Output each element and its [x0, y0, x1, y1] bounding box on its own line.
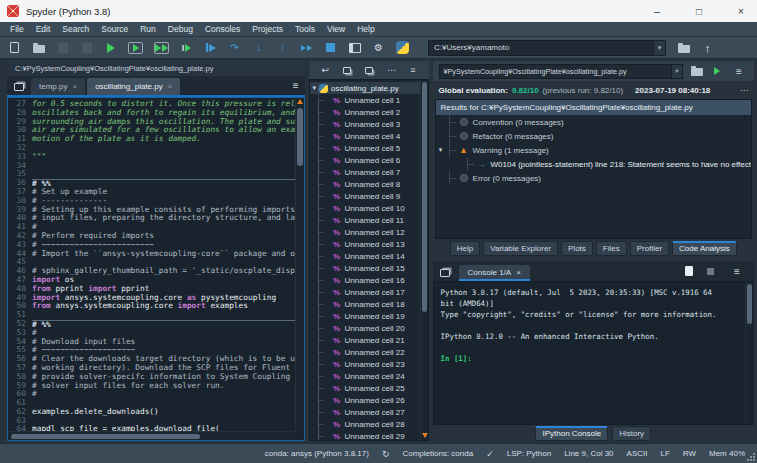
conda-env-status[interactable]: conda: ansys (Python 3.8.17) [265, 449, 369, 458]
run-analysis-icon[interactable] [710, 65, 723, 78]
evaluation-more-icon[interactable]: ⋯ [740, 86, 748, 95]
wrench-icon[interactable]: ⚙ [372, 41, 385, 54]
analysis-dropdown-icon[interactable]: ▾ [672, 64, 683, 79]
menu-search[interactable]: Search [56, 24, 95, 34]
outline-cell[interactable]: %Unnamed cell 20 [310, 322, 428, 334]
close-button[interactable]: × [735, 6, 747, 17]
outline-cell[interactable]: %Unnamed cell 1 [310, 94, 428, 106]
outline-cell[interactable]: %Unnamed cell 22 [310, 346, 428, 358]
clipboard-icon[interactable] [685, 266, 693, 276]
debug-file-icon[interactable] [204, 41, 217, 54]
menu-view[interactable]: View [321, 24, 351, 34]
tab-help[interactable]: Help [450, 241, 480, 256]
tab-ipython-console[interactable]: IPython Console [535, 426, 608, 441]
console-tab-close-icon[interactable]: × [516, 268, 521, 277]
working-directory-value[interactable]: C:¥Users¥yamamoto [428, 40, 654, 56]
step-out-icon[interactable]: ↑ [276, 41, 289, 54]
run-cell-advance-icon[interactable] [154, 42, 169, 54]
outline-cell[interactable]: %Unnamed cell 27 [310, 406, 428, 418]
results-header[interactable]: Results for C:¥PySystemCoupling¥Oscillat… [436, 100, 751, 115]
editor-vertical-scrollbar[interactable] [295, 98, 304, 431]
analysis-file-combo[interactable]: ¥PySystemCoupling¥OscillatingPlate¥oscil… [439, 64, 683, 79]
outline-cell[interactable]: %Unnamed cell 26 [310, 394, 428, 406]
tab-plots[interactable]: Plots [561, 241, 593, 256]
run-selection-icon[interactable]: I [180, 41, 193, 54]
resize-grip[interactable] [747, 453, 755, 461]
outline-cell[interactable]: %Unnamed cell 14 [310, 250, 428, 262]
outline-cell[interactable]: %Unnamed cell 5 [310, 142, 428, 154]
menu-source[interactable]: Source [95, 24, 134, 34]
tab-files[interactable]: Files [596, 241, 627, 256]
collapse-all-icon[interactable] [343, 67, 351, 74]
chevron-down-icon[interactable]: ▾ [313, 84, 317, 92]
expand-all-icon[interactable] [365, 67, 373, 74]
save-all-icon[interactable] [80, 41, 93, 54]
step-into-icon[interactable]: ↓ [252, 41, 265, 54]
maximize-pane-icon[interactable] [348, 41, 361, 54]
python-path-icon[interactable] [396, 41, 409, 54]
console-scrollbar[interactable] [745, 282, 753, 424]
outline-cell[interactable]: %Unnamed cell 11 [310, 214, 428, 226]
tab-profiler[interactable]: Profiler [630, 241, 669, 256]
tab-close-icon[interactable]: × [72, 82, 77, 91]
outline-cell[interactable]: %Unnamed cell 10 [310, 202, 428, 214]
working-directory-dropdown-icon[interactable]: ▾ [654, 40, 666, 56]
console-browse-tabs-icon[interactable] [435, 264, 455, 281]
refresh-icon[interactable]: ↻ [382, 449, 390, 459]
analysis-file-path[interactable]: ¥PySystemCoupling¥OscillatingPlate¥oscil… [439, 64, 672, 79]
browse-directory-icon[interactable] [677, 41, 690, 54]
outline-cell[interactable]: %Unnamed cell 24 [310, 370, 428, 382]
analysis-item[interactable]: ▾▲Warning (1 message) [436, 143, 751, 157]
analysis-item[interactable]: Refactor (0 messages) [436, 129, 751, 143]
menu-edit[interactable]: Edit [30, 24, 57, 34]
outline-cell[interactable]: %Unnamed cell 8 [310, 178, 428, 190]
outline-cell[interactable]: %Unnamed cell 17 [310, 286, 428, 298]
analysis-item[interactable]: Error (0 messages) [436, 171, 751, 185]
tab-variable-explorer[interactable]: Variable Explorer [483, 241, 558, 256]
analysis-item[interactable]: Convention (0 messages) [436, 115, 751, 129]
outline-cell[interactable]: %Unnamed cell 16 [310, 274, 428, 286]
maximize-button[interactable]: □ [693, 6, 705, 17]
outline-cell[interactable]: %Unnamed cell 6 [310, 154, 428, 166]
working-directory-combo[interactable]: C:¥Users¥yamamoto ▾ [428, 40, 666, 56]
analysis-item[interactable]: →W0104 (pointless-statement) line 218: S… [436, 157, 751, 171]
editor-tab-oscillating-plate-py[interactable]: oscillating_plate.py× [87, 78, 180, 95]
outline-menu-icon[interactable]: ≡ [410, 65, 415, 75]
console-options-menu-icon[interactable]: ≡ [728, 266, 746, 277]
stop-debug-icon[interactable] [324, 41, 337, 54]
tab-close-icon[interactable]: × [168, 82, 173, 91]
outline-cell[interactable]: %Unnamed cell 15 [310, 262, 428, 274]
new-file-icon[interactable] [8, 41, 21, 54]
menu-debug[interactable]: Debug [162, 24, 199, 34]
outline-cell[interactable]: %Unnamed cell 12 [310, 226, 428, 238]
menu-help[interactable]: Help [351, 24, 380, 34]
outline-cell[interactable]: %Unnamed cell 9 [310, 190, 428, 202]
goto-cursor-icon[interactable]: ↩ [322, 65, 330, 75]
completions-status[interactable]: Completions: conda [402, 449, 473, 458]
outline-cell[interactable]: %Unnamed cell 28 [310, 418, 428, 430]
outline-cell[interactable]: %Unnamed cell 2 [310, 106, 428, 118]
outline-cell[interactable]: %Unnamed cell 13 [310, 238, 428, 250]
outline-cell[interactable]: %Unnamed cell 3 [310, 118, 428, 130]
open-file-icon[interactable] [32, 41, 45, 54]
menu-consoles[interactable]: Consoles [199, 24, 246, 34]
outline-scrollbar[interactable] [420, 80, 428, 440]
parent-directory-icon[interactable]: ↑ [701, 41, 714, 54]
lsp-status[interactable]: LSP: Python [507, 449, 551, 458]
tab-code-analysis[interactable]: Code Analysis [672, 241, 737, 256]
outline-more-options-icon[interactable]: ⋯ [387, 65, 396, 75]
minimize-button[interactable]: – [651, 6, 663, 17]
step-over-icon[interactable]: ↷ [228, 41, 241, 54]
outline-root-item[interactable]: ▾ oscillating_plate.py [310, 82, 428, 94]
outline-cell[interactable]: %Unnamed cell 23 [310, 358, 428, 370]
outline-cell[interactable]: %Unnamed cell 4 [310, 130, 428, 142]
browse-tabs-icon[interactable] [9, 78, 29, 95]
analysis-options-menu-icon[interactable]: ≡ [730, 66, 748, 77]
analysis-browse-icon[interactable] [690, 65, 703, 78]
menu-tools[interactable]: Tools [289, 24, 321, 34]
code-editor[interactable]: 27for 0.5 seconds to distort it. Once th… [7, 97, 305, 441]
menu-file[interactable]: File [4, 24, 30, 34]
outline-cell[interactable]: %Unnamed cell 29 [310, 430, 428, 441]
menu-projects[interactable]: Projects [246, 24, 289, 34]
editor-options-menu-icon[interactable]: ≡ [287, 80, 305, 91]
